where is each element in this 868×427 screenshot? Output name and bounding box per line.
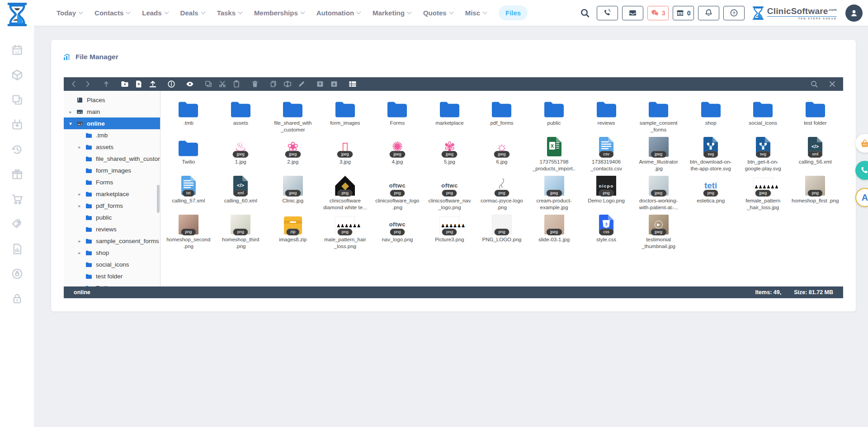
folder-item[interactable]: file_shared_with _customer — [268, 95, 318, 133]
cut-icon[interactable] — [218, 80, 226, 88]
file-item[interactable]: jpegdoctors-working- with-patient-at-... — [634, 173, 684, 211]
archive-icon[interactable] — [316, 80, 324, 88]
file-item[interactable]: ✺jpeg4.jpg — [373, 134, 422, 165]
file-item[interactable]: pngcormac-joyce-logo .png — [477, 173, 527, 211]
folder-item[interactable]: Twilio — [164, 134, 213, 165]
calendar-import-icon[interactable] — [11, 119, 23, 131]
file-item[interactable]: svgbtn_get-it-on- google-play.svg — [738, 134, 788, 172]
lock-icon[interactable] — [11, 293, 23, 305]
folder-item[interactable]: reviews — [581, 95, 631, 127]
folder-item[interactable]: marketplace — [425, 95, 474, 127]
phone-button[interactable] — [597, 6, 618, 20]
folder-item[interactable]: sample_consent _forms — [634, 95, 684, 133]
file-item[interactable]: ✾jpeg5.jpg — [425, 134, 474, 165]
caret-icon[interactable]: ▸ — [77, 239, 82, 244]
caret-icon[interactable]: ▸ — [77, 250, 82, 255]
new-file-icon[interactable] — [135, 80, 143, 88]
folder-item[interactable]: .tmb — [164, 95, 213, 127]
nav-item-today[interactable]: Today — [57, 9, 82, 17]
duplicate-icon[interactable] — [269, 80, 278, 88]
folder-item[interactable]: test folder — [790, 95, 840, 127]
file-item[interactable]: </>xmlcalling_56.xml — [790, 134, 840, 165]
tree-item-form-images[interactable]: form_images — [64, 164, 160, 176]
user-avatar[interactable] — [845, 5, 863, 22]
tree-item-assets[interactable]: ▸assets — [64, 141, 160, 153]
folder-item[interactable]: shop — [686, 95, 736, 127]
fm-close-icon[interactable] — [828, 80, 836, 88]
tree-item-shop[interactable]: ▸shop — [64, 247, 160, 258]
nav-item-marketing[interactable]: Marketing — [373, 9, 411, 17]
file-item[interactable]: 3cssstyle.css — [581, 212, 631, 243]
nav-item-misc[interactable]: Misc — [465, 9, 486, 17]
tree-item-main[interactable]: ▸main — [64, 106, 160, 117]
tree-item-marketplace[interactable]: ▸marketplace — [64, 188, 160, 200]
file-item[interactable]: txtcalling_57.xml — [164, 173, 213, 204]
cart-icon[interactable] — [11, 193, 23, 205]
tree-item-social-icons[interactable]: social_icons — [64, 258, 160, 270]
tree-item-twilio[interactable]: Twilio — [64, 282, 160, 286]
file-item[interactable]: pngPNG_LOGO.png — [477, 212, 527, 243]
nav-item-contacts[interactable]: Contacts — [94, 9, 130, 17]
file-item[interactable]: oftwcpngclinicsoftware_logo .png — [373, 173, 422, 211]
nav-item-automation[interactable]: Automation — [316, 9, 360, 17]
nav-item-memberships[interactable]: Memberships — [254, 9, 304, 17]
trash-icon[interactable] — [251, 80, 259, 88]
tree-item-sample-consent-forms[interactable]: ▸sample_consent_forms — [64, 235, 160, 247]
file-item[interactable]: ♟♟♟♟♟♟pngPicture3.png — [425, 212, 474, 243]
rename-icon[interactable] — [283, 80, 292, 88]
file-item[interactable]: ♟♟♟♟♟♟pngmale_pattern_hair _loss.png — [320, 212, 370, 250]
file-item[interactable]: tetipngestetica.png — [686, 173, 736, 204]
tree-item-places[interactable]: Places — [64, 94, 160, 106]
folder-item[interactable]: social_icons — [738, 95, 788, 127]
basket-widget-button[interactable] — [855, 134, 868, 153]
paste-icon[interactable] — [232, 80, 241, 88]
tree-item-forms[interactable]: Forms — [64, 176, 160, 188]
search-icon[interactable] — [580, 8, 590, 18]
file-item[interactable]: pnghomeshop_first .png — [790, 173, 840, 204]
caret-icon[interactable]: ▸ — [77, 192, 82, 197]
tree-item-public[interactable]: public — [64, 211, 160, 223]
file-item[interactable]: jpegClinic.jpg — [268, 173, 318, 204]
file-item[interactable]: ▶jpegtestimonial _thumbnail.jpg — [634, 212, 684, 250]
file-item[interactable]: ♨jpeg1.jpg — [216, 134, 265, 165]
call-widget-button[interactable] — [855, 161, 868, 180]
inbox-button[interactable] — [622, 6, 643, 20]
tree-item-reviews[interactable]: reviews — [64, 223, 160, 235]
calendar-12-icon[interactable]: 12 — [11, 44, 23, 56]
caret-icon[interactable]: ▸ — [77, 203, 82, 208]
copy-pages-icon[interactable] — [11, 94, 23, 106]
notifications-button[interactable] — [698, 6, 719, 20]
file-item[interactable]: pnghomeshop_third .png — [216, 212, 265, 250]
folder-item[interactable]: form_images — [320, 95, 370, 127]
folder-item[interactable]: assets — [216, 95, 265, 127]
box-icon[interactable] — [11, 69, 23, 81]
file-item[interactable]: ❀jpeg2.jpg — [268, 134, 318, 165]
file-item[interactable]: jpegslide-03-1.jpg — [529, 212, 579, 243]
nav-item-quotes[interactable]: Quotes — [423, 9, 453, 17]
edit-icon[interactable] — [297, 80, 306, 88]
caret-icon[interactable]: ▸ — [68, 109, 73, 114]
info-icon[interactable] — [167, 80, 175, 88]
preview-icon[interactable] — [186, 80, 194, 88]
tree-item-online[interactable]: ▾online — [64, 117, 160, 129]
file-item[interactable]: ◆pngclinicsoftware diamond white te... — [320, 173, 370, 211]
copy-icon[interactable] — [204, 80, 212, 88]
folder-item[interactable]: Forms — [373, 95, 422, 127]
file-item[interactable]: X1737551798 _products_import.. — [529, 134, 579, 172]
nav-item-deals[interactable]: Deals — [180, 9, 205, 17]
tree-item-file-shared-with-customer[interactable]: file_shared_with_customer — [64, 153, 160, 164]
file-item[interactable]: ☼jpeg6.jpg — [477, 134, 527, 165]
forward-icon[interactable] — [84, 80, 92, 88]
store-button[interactable]: 0 — [673, 6, 694, 20]
file-item[interactable]: </>xmlcalling_60.xml — [216, 173, 265, 204]
caret-icon[interactable]: ▸ — [77, 145, 82, 150]
nav-item-files[interactable]: Files — [499, 5, 528, 20]
tree-item-test-folder[interactable]: test folder — [64, 270, 160, 282]
file-item[interactable]: csv1738319406 _contacts.csv — [581, 134, 631, 172]
up-icon[interactable] — [102, 80, 110, 88]
tree-scrollbar[interactable] — [157, 185, 160, 213]
caret-icon[interactable]: ▾ — [68, 121, 73, 126]
folder-item[interactable]: public — [529, 95, 579, 127]
file-item[interactable]: ♟♟♟♟♟♟jpegfemale_pattern _hair_loss.jpg — [738, 173, 788, 211]
back-icon[interactable] — [70, 80, 78, 88]
